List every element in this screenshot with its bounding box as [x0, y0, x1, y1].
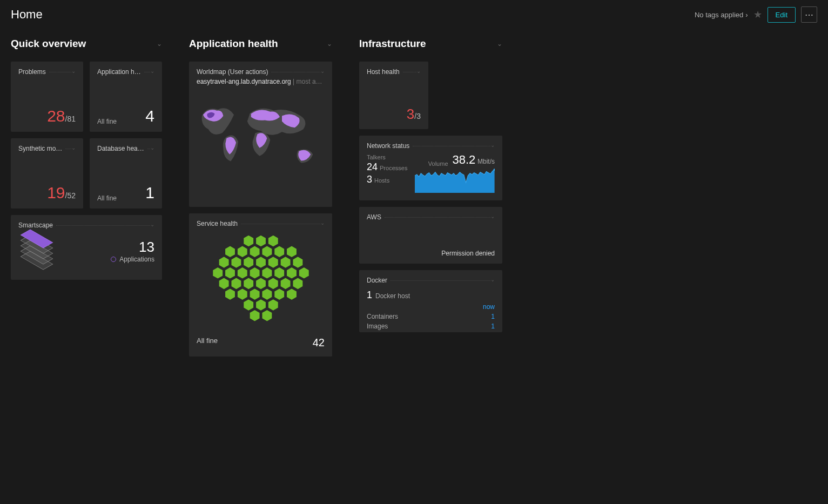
svg-marker-23 — [298, 267, 309, 279]
tile-host-health[interactable]: Host health ⌄ 3/3 — [359, 62, 428, 129]
talkers-label: Talkers — [367, 154, 407, 160]
svg-marker-40 — [249, 310, 260, 322]
page-title: Home — [11, 8, 43, 22]
chevron-down-icon[interactable]: ⌄ — [150, 221, 154, 227]
tile-network[interactable]: Network status ⌄ Talkers 24Processes 3Ho… — [359, 136, 502, 200]
svg-marker-2 — [267, 235, 278, 247]
tile-app-health-small[interactable]: Application h… ⌄ All fine 4 — [90, 62, 162, 132]
svg-marker-11 — [243, 256, 254, 268]
processes-label: Processes — [380, 165, 407, 171]
svg-marker-9 — [218, 256, 229, 268]
service-health-count: 42 — [313, 337, 325, 349]
svg-marker-26 — [243, 278, 254, 290]
processes-count: 24 — [367, 162, 378, 172]
network-chart — [415, 167, 495, 193]
synthetic-count: 19 — [47, 184, 65, 201]
chevron-down-icon[interactable]: ⌄ — [150, 68, 154, 74]
db-health-count: 1 — [145, 184, 154, 202]
more-button[interactable]: ⋯ — [801, 6, 817, 23]
tile-title: Synthetic mo… — [18, 145, 71, 152]
svg-marker-17 — [225, 267, 235, 279]
synthetic-total: /52 — [65, 191, 76, 200]
chevron-down-icon[interactable]: ⌄ — [71, 68, 76, 74]
volume-label: Volume — [428, 160, 448, 167]
tile-title: Service health — [197, 220, 320, 227]
tile-service-health[interactable]: Service health ⌄ All fine 42 — [189, 213, 332, 357]
svg-marker-16 — [212, 267, 223, 279]
volume-unit: Mbit/s — [477, 158, 495, 165]
chevron-down-icon[interactable]: ⌄ — [490, 213, 495, 219]
svg-marker-31 — [225, 288, 235, 300]
svg-marker-22 — [286, 267, 297, 279]
svg-marker-13 — [267, 256, 278, 268]
svg-marker-24 — [218, 278, 229, 290]
chevron-down-icon[interactable]: ⌄ — [150, 145, 154, 151]
svg-marker-1 — [255, 235, 266, 247]
smartscape-label: Applications — [119, 256, 154, 263]
status-text: All fine — [97, 194, 117, 202]
aws-message: Permission denied — [367, 221, 495, 257]
tile-title: Smartscape — [18, 221, 150, 229]
tile-db-health[interactable]: Database hea… ⌄ All fine 1 — [90, 138, 162, 209]
worldmap-subtitle: easytravel-ang.lab.dynatrace.org — [197, 78, 291, 85]
svg-marker-0 — [243, 235, 254, 247]
svg-marker-35 — [274, 288, 285, 300]
containers-value: 1 — [491, 313, 495, 320]
hosts-label: Hosts — [374, 177, 389, 184]
svg-marker-21 — [274, 267, 285, 279]
chevron-down-icon[interactable]: ⌄ — [327, 40, 332, 48]
tile-title: Problems — [18, 68, 71, 76]
tile-smartscape[interactable]: Smartscape ⌄ 13 Applications — [11, 215, 162, 280]
volume-value: 38.2 — [453, 153, 476, 166]
tags-link[interactable]: No tags applied › — [695, 11, 748, 19]
svg-marker-29 — [280, 278, 291, 290]
tile-synthetic[interactable]: Synthetic mo… ⌄ 19/52 — [11, 138, 83, 209]
status-text: All fine — [97, 118, 117, 125]
svg-marker-18 — [237, 267, 247, 279]
edit-button[interactable]: Edit — [768, 7, 796, 23]
tags-text: No tags applied — [695, 11, 743, 19]
svg-marker-10 — [231, 256, 241, 268]
host-health-total: /3 — [414, 112, 421, 120]
chevron-down-icon[interactable]: ⌄ — [157, 40, 162, 48]
tile-title: Host health — [367, 68, 416, 76]
tile-title: Application h… — [97, 68, 150, 76]
tile-aws[interactable]: AWS ⌄ Permission denied — [359, 207, 502, 264]
chevron-down-icon[interactable]: ⌄ — [497, 40, 502, 48]
svg-marker-3 — [225, 245, 235, 258]
worldmap-graphic — [197, 94, 325, 186]
chevron-down-icon[interactable]: ⌄ — [320, 68, 325, 74]
problems-total: /81 — [65, 115, 76, 123]
tile-docker[interactable]: Docker ⌄ 1Docker host now Containers1 Im… — [359, 270, 502, 332]
svg-marker-19 — [249, 267, 260, 279]
svg-marker-14 — [280, 256, 291, 268]
tile-worldmap[interactable]: Worldmap (User actions) ⌄ easytravel-ang… — [189, 62, 332, 207]
chevron-down-icon[interactable]: ⌄ — [490, 277, 495, 283]
tile-title: AWS — [367, 213, 490, 221]
ring-icon — [111, 257, 116, 262]
hosts-count: 3 — [367, 174, 372, 185]
images-label: Images — [367, 322, 388, 330]
host-health-count: 3 — [407, 106, 414, 122]
svg-marker-30 — [292, 278, 303, 290]
honeycomb-graphic — [197, 227, 325, 337]
svg-marker-32 — [237, 288, 247, 300]
tile-title: Database hea… — [97, 145, 150, 152]
chevron-right-icon: › — [745, 11, 748, 19]
tile-problems[interactable]: Problems ⌄ 28/81 — [11, 62, 83, 132]
smartscape-count: 13 — [111, 239, 154, 256]
svg-marker-8 — [286, 245, 297, 258]
svg-marker-25 — [231, 278, 241, 290]
status-text: All fine — [197, 337, 218, 349]
svg-marker-33 — [249, 288, 260, 300]
star-icon[interactable]: ★ — [753, 9, 762, 21]
tile-title: Docker — [367, 277, 490, 284]
chevron-down-icon[interactable]: ⌄ — [71, 145, 76, 151]
chevron-down-icon[interactable]: ⌄ — [490, 142, 495, 148]
containers-label: Containers — [367, 313, 398, 320]
chevron-down-icon[interactable]: ⌄ — [320, 220, 325, 226]
tile-title: Worldmap (User actions) — [197, 68, 320, 76]
svg-marker-27 — [255, 278, 266, 290]
svg-marker-20 — [261, 267, 272, 279]
chevron-down-icon[interactable]: ⌄ — [416, 68, 421, 74]
